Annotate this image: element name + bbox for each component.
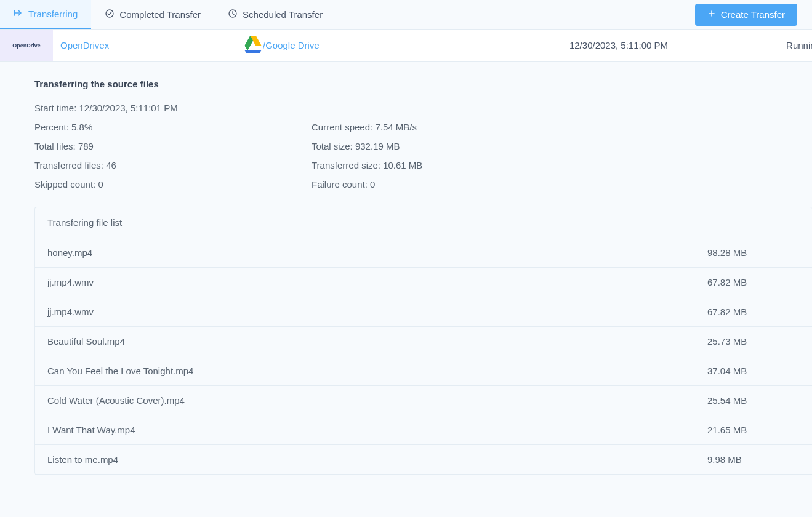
transfer-timestamp: 12/30/2023, 5:11:00 PM (569, 40, 668, 50)
file-size: 21.65 MB (707, 425, 800, 435)
stat-failure: Failure count: 0 (312, 179, 589, 190)
file-list: Transfering file list honey.mp498.28 MBj… (34, 207, 812, 475)
file-size: 25.54 MB (707, 395, 800, 406)
source-logo: OpenDrive (0, 30, 53, 61)
tab-completed[interactable]: Completed Transfer (91, 0, 214, 29)
transferring-icon (14, 8, 23, 20)
details-heading: Transferring the source files (34, 79, 812, 89)
svg-point-0 (106, 10, 113, 17)
google-drive-icon (243, 36, 263, 55)
topbar: Transferring Completed Transfer Schedule… (0, 0, 812, 30)
file-size: 98.28 MB (707, 247, 800, 258)
destination-name: /Google Drive (263, 40, 320, 50)
file-row: Can You Feel the Love Tonight.mp437.04 M… (35, 356, 812, 386)
tabs: Transferring Completed Transfer Schedule… (0, 0, 336, 29)
svg-marker-5 (245, 46, 262, 48)
file-name: Can You Feel the Love Tonight.mp4 (47, 366, 707, 376)
file-size: 37.04 MB (707, 366, 800, 376)
file-name: jj.mp4.wmv (47, 307, 707, 317)
stat-total-files: Total files: 789 (34, 141, 312, 151)
file-row: Cold Water (Acoustic Cover).mp425.54 MB (35, 386, 812, 415)
file-list-header: Transfering file list (35, 207, 812, 238)
file-row: jj.mp4.wmv67.82 MB (35, 297, 812, 327)
check-circle-icon (105, 9, 115, 20)
file-row: Listen to me.mp49.98 MB (35, 445, 812, 475)
source-logo-text: OpenDrive (12, 42, 41, 49)
file-row: honey.mp498.28 MB (35, 238, 812, 268)
file-name: Listen to me.mp4 (47, 454, 707, 465)
file-name: jj.mp4.wmv (47, 277, 707, 287)
create-button-label: Create Transfer (721, 9, 785, 20)
transfer-row[interactable]: OpenDrive OpenDrivex /Google Drive 12/30… (0, 30, 812, 62)
source-name: OpenDrivex (60, 40, 109, 50)
tab-label: Completed Transfer (119, 9, 201, 20)
file-row: I Want That Way.mp421.65 MB (35, 415, 812, 445)
stat-transferred-size: Transferred size: 10.61 MB (312, 160, 589, 170)
stats-grid: Start time: 12/30/2023, 5:11:01 PM Perce… (34, 103, 812, 190)
tab-label: Scheduled Transfer (243, 9, 323, 20)
file-name: Beautiful Soul.mp4 (47, 336, 707, 347)
clock-icon (228, 9, 238, 20)
file-name: Cold Water (Acoustic Cover).mp4 (47, 395, 707, 406)
stat-start-time: Start time: 12/30/2023, 5:11:01 PM (34, 103, 589, 113)
file-row: Beautiful Soul.mp425.73 MB (35, 327, 812, 356)
stat-percent: Percent: 5.8% (34, 122, 312, 132)
stat-skipped: Skipped count: 0 (34, 179, 312, 190)
stat-total-size: Total size: 932.19 MB (312, 141, 589, 151)
stat-transferred-files: Transferred files: 46 (34, 160, 312, 170)
file-size: 9.98 MB (707, 454, 800, 465)
tab-label: Transferring (28, 9, 78, 19)
file-size: 67.82 MB (707, 307, 800, 317)
tab-transferring[interactable]: Transferring (0, 0, 91, 29)
transfer-details: Transferring the source files Start time… (0, 62, 812, 475)
transfer-status: Running (786, 40, 812, 50)
file-row: jj.mp4.wmv67.82 MB (35, 268, 812, 297)
file-size: 25.73 MB (707, 336, 800, 347)
stat-speed: Current speed: 7.54 MB/s (312, 122, 589, 132)
plus-icon (707, 9, 716, 20)
file-size: 67.82 MB (707, 277, 800, 287)
file-name: I Want That Way.mp4 (47, 425, 707, 435)
tab-scheduled[interactable]: Scheduled Transfer (214, 0, 336, 29)
file-name: honey.mp4 (47, 247, 707, 258)
create-transfer-button[interactable]: Create Transfer (695, 4, 797, 26)
